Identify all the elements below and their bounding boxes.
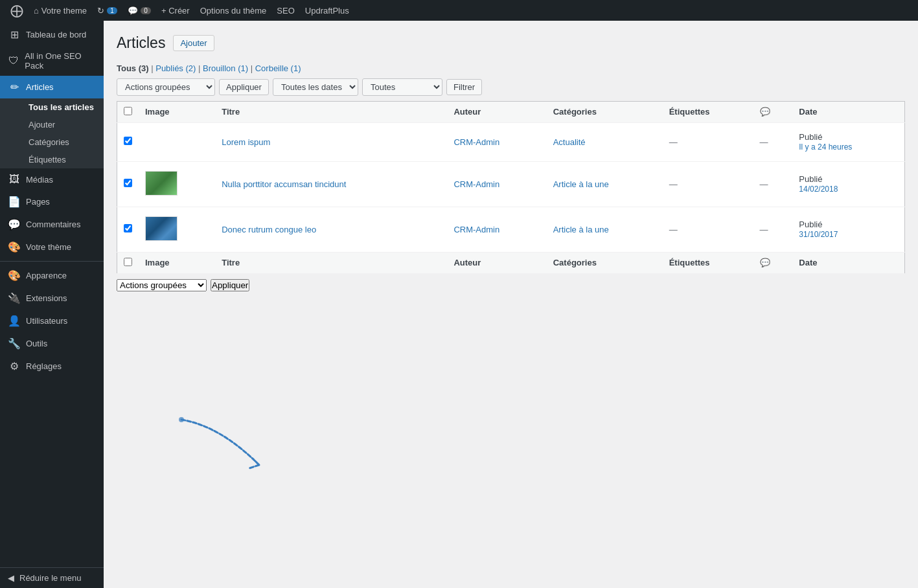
main-content: Articles Ajouter Tous (3) | Publiés (2) … [104,21,918,588]
row2-author-link[interactable]: CRM-Admin [453,179,499,189]
tf-image: Image [139,252,215,273]
user-icon: 👤 [8,315,21,327]
dates-filter-select[interactable]: Toutes les dates [273,78,358,96]
sidebar-item-seo[interactable]: 🛡 All in One SEO Pack [0,46,104,76]
row1-image-cell [139,122,215,161]
sidebar-label-outils: Outils [26,339,47,348]
settings-icon: ⚙ [8,360,21,372]
sidebar-item-commentaires[interactable]: 💬 Commentaires [0,213,104,236]
media-icon: 🖼 [8,174,21,185]
row2-author-cell: CRM-Admin [447,161,546,207]
sidebar-item-pages[interactable]: 📄 Pages [0,190,104,213]
sidebar-sub-etiquettes[interactable]: Étiquettes [8,151,104,168]
sidebar-item-tableau-de-bord[interactable]: ⊞ Tableau de bord [0,23,104,46]
tf-date: Date [792,252,904,273]
row2-title-cell: Nulla porttitor accumsan tincidunt [215,161,447,207]
row1-author-link[interactable]: CRM-Admin [453,137,499,147]
row1-author-cell: CRM-Admin [447,122,546,161]
row2-date-link[interactable]: 14/02/2018 [799,185,838,194]
row3-etiquettes-cell: — [663,207,753,252]
sidebar-item-articles[interactable]: ✏ Articles [0,76,104,98]
topbar-theme-options[interactable]: Options du thème [195,0,272,21]
row2-comments-cell: — [753,161,793,207]
select-all-checkbox-bottom[interactable] [124,258,132,266]
apparence-icon: 🎨 [8,269,21,282]
toolbar-bottom: Actions groupéesMettre à la corbeilleMod… [117,279,905,291]
sidebar-divider-1 [0,261,104,262]
sidebar-item-utilisateurs[interactable]: 👤 Utilisateurs [0,310,104,332]
row1-title-link[interactable]: Lorem ispum [222,137,270,147]
sidebar-sub-tous-les-articles[interactable]: Tous les articles [8,98,104,116]
row3-comments-cell: — [753,207,793,252]
filter-corbeille[interactable]: Corbeille (1) [255,63,301,73]
bulk-actions-select-top[interactable]: Actions groupéesMettre à la corbeilleMod… [117,78,215,96]
row2-thumbnail [145,171,178,196]
filter-links: Tous (3) | Publiés (2) | Brouillon (1) |… [117,63,905,73]
reduce-menu-button[interactable]: ◀ Réduire le menu [0,567,104,588]
row1-category-link[interactable]: Actualité [553,137,586,147]
topbar-updraft[interactable]: UpdraftPlus [300,0,354,21]
bulk-actions-select-bottom[interactable]: Actions groupéesMettre à la corbeilleMod… [117,279,207,291]
row3-checkbox[interactable] [124,224,132,232]
row3-author-cell: CRM-Admin [447,207,546,252]
home-icon: ⌂ [34,6,39,16]
row2-title-link[interactable]: Nulla porttitor accumsan tincidunt [222,179,346,189]
filter-brouillon[interactable]: Brouillon (1) [203,63,248,73]
sidebar-label-apparence: Apparence [26,271,67,280]
shield-icon: 🛡 [8,55,19,67]
tf-title: Titre [215,252,447,273]
row3-status: Publié [799,220,822,229]
filter-publies[interactable]: Publiés (2) [155,63,196,73]
topbar-site-name[interactable]: ⌂ Votre theme [29,0,92,21]
sidebar: ⊞ Tableau de bord 🛡 All in One SEO Pack … [0,21,104,588]
filter-button[interactable]: Filtrer [446,79,482,95]
th-etiquettes: Étiquettes [663,101,753,122]
row1-checkbox[interactable] [124,137,132,145]
row1-date-link[interactable]: Il y a 24 heures [799,142,852,152]
row1-thumbnail [145,130,178,154]
row2-date-cell: Publié 14/02/2018 [792,161,904,207]
apply-button-bottom[interactable]: Appliquer [211,279,249,291]
articles-tbody: Lorem ispum CRM-Admin Actualité — — Publ… [117,122,905,252]
topbar-create[interactable]: + Créer [156,0,195,21]
topbar-comments[interactable]: 💬 0 [122,0,156,21]
sidebar-label-pages: Pages [26,197,50,207]
sidebar-item-votre-theme[interactable]: 🎨 Votre thème [0,236,104,258]
row2-checkbox[interactable] [124,179,132,187]
add-article-button[interactable]: Ajouter [173,35,214,51]
th-title: Titre [215,101,447,122]
tf-etiquettes: Étiquettes [663,252,753,273]
reduce-label: Réduire le menu [19,573,81,583]
tf-author: Auteur [447,252,546,273]
topbar-seo[interactable]: SEO [271,0,299,21]
row3-thumbnail [145,216,178,241]
row3-title-link[interactable]: Donec rutrum congue leo [222,225,316,234]
table-row: Nulla porttitor accumsan tincidunt CRM-A… [117,161,905,207]
row3-title-cell: Donec rutrum congue leo [215,207,447,252]
row2-category-link[interactable]: Article à la une [553,179,609,189]
row3-date-link[interactable]: 31/10/2017 [799,230,838,239]
wp-logo-icon[interactable]: ⨁ [5,3,29,18]
categories-filter-select[interactable]: ToutesActualitéArticle à la une [362,78,442,96]
row3-date-cell: Publié 31/10/2017 [792,207,904,252]
sidebar-item-medias[interactable]: 🖼 Médias [0,168,104,190]
sidebar-sub-categories[interactable]: Catégories [8,133,104,151]
sidebar-item-apparence[interactable]: 🎨 Apparence [0,264,104,287]
sidebar-label-utilisateurs: Utilisateurs [26,316,67,326]
th-image: Image [139,101,215,122]
sidebar-item-outils[interactable]: 🔧 Outils [0,332,104,355]
th-date: Date [792,101,904,122]
sidebar-item-extensions[interactable]: 🔌 Extensions [0,287,104,310]
topbar: ⨁ ⌂ Votre theme ↻ 1 💬 0 + Créer Options … [0,0,918,21]
apply-button-top[interactable]: Appliquer [219,79,269,95]
comment-icon: 💬 [128,6,138,16]
page-icon: 📄 [8,196,21,208]
row3-category-link[interactable]: Article à la une [553,225,609,234]
sidebar-item-reglages[interactable]: ⚙ Réglages [0,355,104,378]
select-all-checkbox-top[interactable] [124,107,132,115]
sidebar-sub-ajouter[interactable]: Ajouter [8,116,104,133]
tools-icon: 🔧 [8,337,21,350]
filter-tous[interactable]: Tous (3) [117,63,149,73]
row3-author-link[interactable]: CRM-Admin [453,225,499,234]
topbar-updates[interactable]: ↻ 1 [92,0,122,21]
